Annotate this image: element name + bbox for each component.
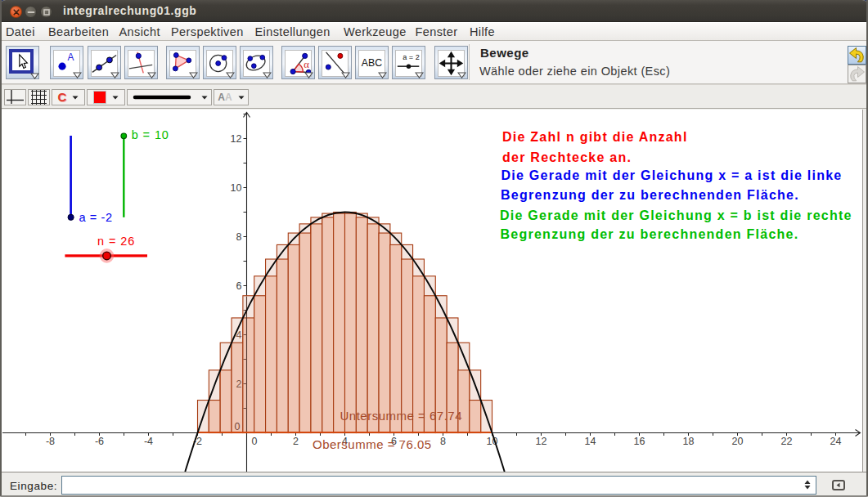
svg-text:22: 22	[781, 436, 793, 447]
svg-text:-8: -8	[46, 436, 55, 447]
svg-text:10: 10	[231, 182, 242, 194]
svg-text:18: 18	[683, 436, 695, 447]
svg-text:Untersumme = 67.74: Untersumme = 67.74	[340, 409, 463, 423]
svg-text:Begrenzung der zu berechnenden: Begrenzung der zu berechnenden Fläche.	[501, 227, 799, 241]
svg-text:8: 8	[236, 231, 242, 243]
svg-text:12: 12	[231, 133, 242, 145]
svg-text:Begrenzung der zu berechnenden: Begrenzung der zu berechnenden Fläche.	[501, 188, 799, 202]
svg-text:16: 16	[634, 436, 645, 447]
svg-text:24: 24	[830, 436, 842, 447]
svg-text:Die Gerade mit der Gleichung x: Die Gerade mit der Gleichung x = b ist d…	[500, 208, 852, 222]
svg-text:2: 2	[293, 436, 299, 447]
svg-text:8: 8	[440, 436, 446, 447]
svg-text:-6: -6	[95, 436, 104, 447]
svg-text:n = 26: n = 26	[97, 235, 135, 248]
svg-text:20: 20	[732, 436, 744, 447]
svg-text:-4: -4	[144, 436, 153, 447]
svg-text:a = -2: a = -2	[79, 211, 113, 224]
svg-text:6: 6	[236, 280, 242, 292]
svg-text:0: 0	[235, 421, 241, 432]
svg-text:der Rechtecke an.: der Rechtecke an.	[502, 150, 632, 164]
svg-text:b = 10: b = 10	[132, 128, 169, 141]
svg-text:2: 2	[236, 378, 242, 390]
svg-text:Die Zahl n gibt die Anzahl: Die Zahl n gibt die Anzahl	[502, 130, 688, 144]
svg-text:12: 12	[536, 436, 547, 447]
svg-text:Die Gerade mit der Gleichung x: Die Gerade mit der Gleichung x = a ist d…	[501, 168, 843, 182]
svg-text:Obersumme = 76.05: Obersumme = 76.05	[313, 437, 432, 451]
svg-text:0: 0	[252, 436, 258, 447]
svg-text:14: 14	[585, 436, 596, 447]
